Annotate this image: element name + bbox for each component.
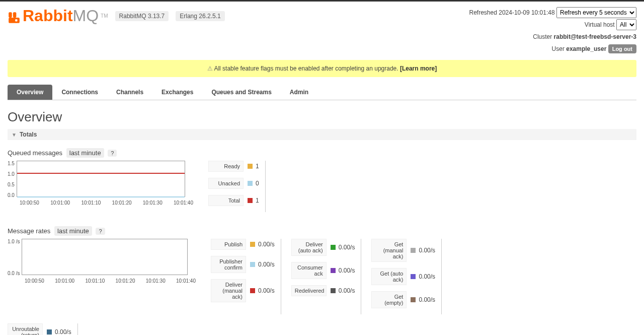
legend-value: 1	[256, 197, 259, 204]
rabbitmq-version-badge: RabbitMQ 3.13.7	[115, 11, 169, 21]
legend-item: Unacked0	[208, 178, 259, 189]
legend-item: Get (manual ack)0.00/s	[371, 239, 435, 262]
legend-label: Get (auto ack)	[371, 268, 407, 285]
legend-value: 0.00/s	[419, 296, 435, 303]
logo-text-mq: MQ	[73, 7, 99, 25]
legend-label: Publisher confirm	[211, 256, 246, 273]
refreshed-time: 2024-10-09 10:01:48	[499, 9, 554, 16]
legend-swatch	[248, 181, 253, 186]
logo-text-rabbit: Rabbit	[23, 7, 73, 25]
feature-flags-banner: ⚠ All stable feature flags must be enabl…	[8, 60, 636, 77]
legend-label: Consumer ack	[291, 262, 327, 279]
legend-item: Publisher confirm0.00/s	[211, 256, 275, 273]
tab-overview[interactable]: Overview	[8, 85, 52, 100]
legend-swatch	[331, 245, 336, 250]
legend-item: Deliver (auto ack)0.00/s	[291, 239, 355, 256]
legend-value: 0.00/s	[339, 244, 355, 251]
legend-value: 0.00/s	[55, 328, 71, 335]
main-tabs: OverviewConnectionsChannelsExchangesQueu…	[8, 85, 636, 100]
legend-value: 0.00/s	[258, 241, 275, 248]
legend-swatch	[250, 288, 255, 293]
legend-swatch	[331, 288, 336, 293]
legend-value: 1	[256, 163, 259, 170]
legend-value: 0.00/s	[339, 287, 355, 294]
tab-exchanges[interactable]: Exchanges	[152, 85, 202, 100]
legend-label: Get (empty)	[371, 291, 407, 308]
chevron-down-icon: ▼	[12, 132, 17, 138]
legend-item: Get (auto ack)0.00/s	[371, 268, 435, 285]
refreshed-label: Refreshed	[469, 9, 497, 16]
legend-label: Unacked	[208, 178, 244, 189]
queued-help-button[interactable]: ?	[108, 150, 117, 157]
legend-swatch	[411, 274, 416, 279]
tab-connections[interactable]: Connections	[52, 85, 107, 100]
legend-swatch	[411, 248, 416, 253]
erlang-version-badge: Erlang 26.2.5.1	[176, 11, 224, 21]
legend-item: Deliver (manual ack)0.00/s	[211, 279, 275, 302]
legend-label: Get (manual ack)	[371, 239, 407, 262]
legend-swatch	[250, 242, 255, 247]
legend-value: 0.00/s	[258, 261, 275, 268]
legend-swatch	[250, 262, 255, 267]
legend-label: Deliver (manual ack)	[211, 279, 246, 302]
logout-button[interactable]: Log out	[608, 44, 636, 53]
legend-label: Deliver (auto ack)	[291, 239, 327, 256]
svg-rect-2	[9, 18, 20, 23]
cluster-name: rabbit@test-freebsd-server-3	[554, 33, 636, 40]
cluster-label: Cluster	[533, 33, 552, 40]
legend-value: 0.00/s	[258, 287, 275, 294]
legend-item: Publish0.00/s	[211, 239, 275, 250]
message-rates-title: Message rates	[8, 227, 50, 235]
section-totals-header[interactable]: ▼ Totals	[8, 129, 636, 140]
tab-channels[interactable]: Channels	[107, 85, 152, 100]
logo[interactable]: RabbitMQTM	[8, 7, 108, 25]
queued-chart: 1.51.00.50.0 10:00:5010:01:0010:01:1010:…	[8, 161, 193, 206]
svg-rect-1	[13, 12, 17, 18]
svg-rect-0	[9, 12, 12, 18]
legend-swatch	[248, 164, 253, 169]
legend-item: Get (empty)0.00/s	[371, 291, 435, 308]
page-title: Overview	[8, 109, 636, 125]
legend-label: Publish	[211, 239, 246, 250]
rates-range-selector[interactable]: last minute	[54, 226, 92, 236]
legend-item: Total1	[208, 195, 259, 206]
legend-value: 0.00/s	[339, 267, 355, 274]
legend-label: Unroutable (return)	[8, 323, 43, 335]
legend-item: Unroutable (return)0.00/s	[8, 323, 71, 335]
legend-item: Redelivered0.00/s	[291, 285, 355, 296]
rates-help-button[interactable]: ?	[96, 228, 105, 235]
user-label: User	[552, 45, 565, 52]
queued-messages-title: Queued messages	[8, 149, 62, 157]
legend-value: 0.00/s	[419, 247, 435, 254]
refresh-interval-select[interactable]: Refresh every 5 seconds	[556, 7, 636, 18]
banner-learn-more-link[interactable]: [Learn more]	[400, 65, 437, 72]
legend-value: 0	[256, 180, 259, 187]
legend-swatch	[411, 297, 416, 302]
rabbit-icon	[8, 10, 21, 23]
legend-value: 0.00/s	[419, 273, 435, 280]
legend-label: Ready	[208, 161, 244, 172]
tab-queues-and-streams[interactable]: Queues and Streams	[202, 85, 280, 100]
queued-range-selector[interactable]: last minute	[66, 148, 104, 158]
rates-chart: 1.0 /s0.0 /s 10:00:5010:01:0010:01:1010:…	[8, 239, 196, 284]
svg-rect-3	[15, 19, 17, 21]
legend-item: Consumer ack0.00/s	[291, 262, 355, 279]
user-name: example_user	[566, 45, 606, 52]
section-totals-label: Totals	[20, 131, 37, 138]
legend-label: Total	[208, 195, 244, 206]
vhost-select[interactable]: All	[616, 19, 636, 30]
warning-icon: ⚠	[207, 65, 213, 72]
vhost-label: Virtual host	[585, 21, 615, 28]
legend-item: Ready1	[208, 161, 259, 172]
legend-swatch	[248, 198, 253, 203]
logo-tm: TM	[101, 13, 108, 19]
legend-swatch	[47, 329, 52, 334]
tab-admin[interactable]: Admin	[281, 85, 317, 100]
banner-text: All stable feature flags must be enabled…	[214, 65, 400, 72]
legend-swatch	[331, 268, 336, 273]
legend-label: Redelivered	[291, 285, 327, 296]
